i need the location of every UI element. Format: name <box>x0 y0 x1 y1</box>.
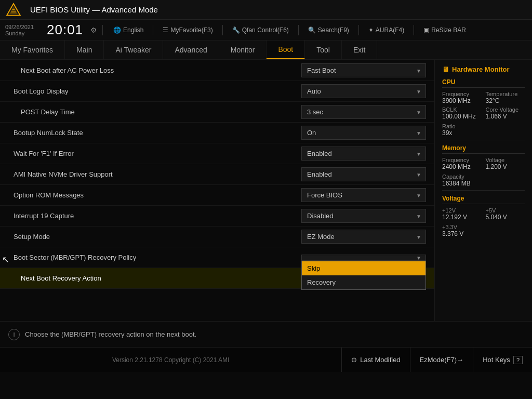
dropdown-option-rom[interactable]: Force BIOS ▼ <box>301 188 426 202</box>
divider6 <box>414 25 414 35</box>
tab-my-favorites[interactable]: My Favorites <box>0 41 65 59</box>
language-selector[interactable]: 🌐 English <box>113 26 143 34</box>
chevron-down-icon-9: ▼ <box>416 234 421 240</box>
last-modified-button[interactable]: ⊙ Last Modified <box>341 348 409 372</box>
hw-mem-grid: Frequency 2400 MHz Voltage 1.200 V <box>442 157 525 170</box>
topbar-icons: 🌐 English ☰ MyFavorite(F3) 🔧 Qfan Contro… <box>113 25 466 35</box>
setting-label-boot-logo: Boot Logo Display <box>8 87 301 95</box>
setting-control-interrupt19: Disabled ▼ <box>301 209 426 223</box>
dropdown-interrupt19[interactable]: Disabled ▼ <box>301 209 426 223</box>
dropdown-nvme[interactable]: Enabled ▼ <box>301 167 426 181</box>
hw-mem-capacity: Capacity 16384 MB <box>442 174 525 187</box>
setting-label-option-rom: Option ROM Messages <box>8 191 301 199</box>
hw-volt-33v: +3.3V 3.376 V <box>442 224 525 237</box>
setting-control-boot-logo: Auto ▼ <box>301 84 426 98</box>
aura-icon: ✦ <box>368 26 374 34</box>
settings-gear-icon[interactable]: ⚙ <box>90 26 97 34</box>
setting-label-next-boot-recovery: Next Boot Recovery Action <box>8 274 301 282</box>
asus-logo-icon <box>5 3 22 17</box>
tab-advanced[interactable]: Advanced <box>163 41 219 59</box>
hw-volt-grid: +12V 12.192 V +5V 5.040 V <box>442 207 525 221</box>
qfan-button[interactable]: 🔧 Qfan Control(F6) <box>232 26 289 34</box>
main-layout: Next Boot after AC Power Loss Fast Boot … <box>0 60 532 321</box>
chevron-down-icon-5: ▼ <box>416 151 421 156</box>
setting-control-boot-sector-recovery: ▼ Skip Recovery <box>301 255 426 261</box>
hw-cpu-grid: Frequency 3900 MHz Temperature 32°C BCLK… <box>442 91 525 120</box>
setting-control-setup-mode: EZ Mode ▼ <box>301 230 426 244</box>
hw-volt-12v: +12V 12.192 V <box>442 207 482 221</box>
dropdown-post-delay[interactable]: 3 sec ▼ <box>301 105 426 119</box>
hw-cpu-bclk-label: BCLK 100.00 MHz <box>442 107 482 120</box>
setting-control-wait-f1: Enabled ▼ <box>301 147 426 161</box>
setting-label-boot-sector-recovery: Boot Sector (MBR/GPT) Recovery Policy <box>8 254 301 261</box>
chevron-down-icon-2: ▼ <box>416 88 421 94</box>
tab-tool[interactable]: Tool <box>305 41 342 59</box>
divider4 <box>298 25 299 35</box>
setting-setup-mode: Setup Mode EZ Mode ▼ <box>0 227 434 247</box>
setting-control-post-delay: 3 sec ▼ <box>301 105 426 119</box>
globe-icon: 🌐 <box>113 26 121 34</box>
setting-next-boot-ac: Next Boot after AC Power Loss Fast Boot … <box>0 60 434 81</box>
footer: Version 2.21.1278 Copyright (C) 2021 AMI… <box>0 347 532 372</box>
help-icon: ? <box>513 356 523 364</box>
fan-icon: 🔧 <box>232 26 240 34</box>
setting-label-post-delay: POST Delay Time <box>8 108 301 116</box>
hw-divider-2 <box>442 190 525 191</box>
hw-section-cpu: CPU <box>442 78 525 88</box>
history-icon: ⊙ <box>351 356 357 364</box>
resize-bar-button[interactable]: ▣ ReSize BAR <box>423 26 466 34</box>
dropdown-setup-mode[interactable]: EZ Mode ▼ <box>301 230 426 244</box>
search-icon: 🔍 <box>308 26 316 34</box>
setting-nvme: AMI Native NVMe Driver Support Enabled ▼ <box>0 164 434 185</box>
date-block: 09/26/2021 Sunday <box>5 24 42 36</box>
resize-icon: ▣ <box>423 26 429 34</box>
dropdown-boot-sector-recovery[interactable]: ▼ <box>301 255 426 261</box>
aura-button[interactable]: ✦ AURA(F4) <box>368 26 404 34</box>
date-display: 09/26/2021 <box>5 24 42 30</box>
hw-cpu-ratio: Ratio 39x <box>442 123 525 137</box>
tab-monitor[interactable]: Monitor <box>219 41 267 59</box>
footer-version: Version 2.21.1278 Copyright (C) 2021 AMI <box>0 356 341 364</box>
header-title: UEFI BIOS Utility — Advanced Mode <box>30 5 158 14</box>
setting-numlock: Bootup NumLock State On ▼ <box>0 123 434 143</box>
setting-wait-f1: Wait For 'F1' If Error Enabled ▼ <box>0 143 434 164</box>
nav-tabs: My Favorites Main Ai Tweaker Advanced Mo… <box>0 41 532 60</box>
setting-interrupt19: Interrupt 19 Capture Disabled ▼ <box>0 206 434 227</box>
ez-mode-button[interactable]: EzMode(F7)→ <box>410 348 473 372</box>
info-bar: i Choose the (MBR/GPT) recovery action o… <box>0 321 532 347</box>
my-favorite-button[interactable]: ☰ MyFavorite(F3) <box>163 26 212 34</box>
chevron-down-icon: ▼ <box>416 68 421 73</box>
language-label: English <box>123 26 143 34</box>
setting-label-nvme: AMI Native NVMe Driver Support <box>8 170 301 178</box>
hw-mem-freq: Frequency 2400 MHz <box>442 157 482 170</box>
tab-exit[interactable]: Exit <box>342 41 377 59</box>
datetime-bar: 09/26/2021 Sunday 20:01 ⚙ 🌐 English ☰ My… <box>0 20 532 41</box>
setting-boot-sector-recovery: Boot Sector (MBR/GPT) Recovery Policy ▼ … <box>0 247 434 268</box>
hw-section-voltage: Voltage <box>442 195 525 204</box>
search-button[interactable]: 🔍 Search(F9) <box>308 26 349 34</box>
header: UEFI BIOS Utility — Advanced Mode <box>0 0 532 20</box>
divider2 <box>153 25 153 35</box>
hw-volt-5v: +5V 5.040 V <box>486 207 525 221</box>
chevron-down-icon-10: ▼ <box>416 255 421 260</box>
dropdown-option-recovery[interactable]: Recovery <box>302 275 425 289</box>
tab-boot[interactable]: Boot <box>267 41 305 59</box>
dropdown-next-boot-ac[interactable]: Fast Boot ▼ <box>301 63 426 77</box>
time-display: 20:01 <box>47 22 83 38</box>
hw-cpu-freq-label: Frequency 3900 MHz <box>442 91 482 104</box>
setting-label-interrupt19: Interrupt 19 Capture <box>8 212 301 220</box>
dropdown-wait-f1[interactable]: Enabled ▼ <box>301 147 426 161</box>
hw-monitor-title: 🖥 Hardware Monitor <box>442 65 525 73</box>
divider3 <box>222 25 223 35</box>
info-icon: i <box>8 329 20 340</box>
dropdown-option-skip[interactable]: Skip <box>302 261 425 275</box>
setting-control-option-rom: Force BIOS ▼ <box>301 188 426 202</box>
tab-ai-tweaker[interactable]: Ai Tweaker <box>104 41 163 59</box>
svg-marker-1 <box>9 6 18 14</box>
hot-keys-button[interactable]: Hot Keys ? <box>473 348 532 372</box>
setting-label-next-boot-ac: Next Boot after AC Power Loss <box>8 66 301 74</box>
setting-label-numlock: Bootup NumLock State <box>8 129 301 137</box>
tab-main[interactable]: Main <box>65 41 104 59</box>
dropdown-boot-logo[interactable]: Auto ▼ <box>301 84 426 98</box>
dropdown-numlock[interactable]: On ▼ <box>301 126 426 140</box>
